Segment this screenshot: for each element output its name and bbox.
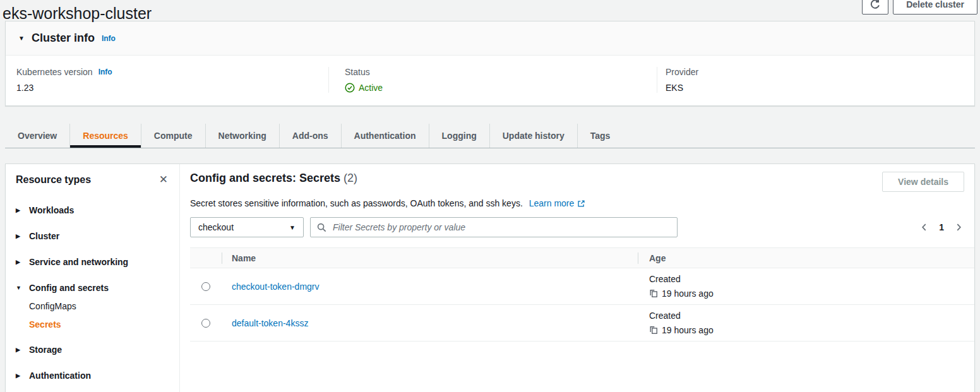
- sidebar-item-cluster[interactable]: ▶ Cluster: [16, 231, 169, 241]
- sidebar-item-label: Cluster: [29, 231, 59, 241]
- cluster-info-title: Cluster info: [32, 32, 95, 45]
- chevron-right-icon: ▶: [16, 372, 22, 379]
- search-box: [310, 217, 678, 237]
- age-cell: Created 19 hours ago: [638, 274, 974, 299]
- copy-icon[interactable]: [649, 289, 658, 298]
- sidebar-item-authentication[interactable]: ▶ Authentication: [16, 371, 169, 381]
- kubernetes-version-field: Kubernetes version Info 1.23: [6, 67, 328, 93]
- resource-types-title: Resource types: [16, 174, 91, 186]
- sidebar-item-service-and-networking[interactable]: ▶ Service and networking: [16, 257, 169, 267]
- row-radio-button[interactable]: [201, 282, 210, 291]
- kubernetes-version-info-link[interactable]: Info: [99, 68, 112, 76]
- header-actions: Delete cluster: [862, 0, 977, 15]
- age-cell: Created 19 hours ago: [638, 311, 974, 335]
- refresh-icon: [869, 0, 881, 10]
- cluster-tabs: Overview Resources Compute Networking Ad…: [5, 124, 975, 148]
- provider-label: Provider: [666, 67, 698, 77]
- kubernetes-version-value: 1.23: [16, 83, 328, 93]
- chevron-right-icon: ▶: [16, 259, 22, 265]
- config-and-secrets-children: ConfigMaps Secrets: [29, 301, 169, 330]
- learn-more-link[interactable]: Learn more: [529, 198, 586, 208]
- secrets-title-text: Config and secrets: Secrets: [190, 172, 340, 184]
- filter-row: checkout ▼ 1: [190, 217, 964, 237]
- age-created-label: Created: [649, 274, 974, 284]
- section-collapse-icon[interactable]: ▼: [18, 35, 25, 42]
- pagination: 1: [920, 222, 964, 232]
- filter-dropdown[interactable]: checkout ▼: [190, 217, 304, 237]
- filter-dropdown-value: checkout: [198, 222, 234, 232]
- secrets-title: Config and secrets: Secrets (2): [190, 172, 357, 185]
- sidebar-item-configmaps[interactable]: ConfigMaps: [29, 301, 169, 311]
- chevron-right-icon: ▶: [16, 207, 22, 213]
- status-value: Active: [359, 83, 383, 93]
- sidebar-item-workloads[interactable]: ▶ Workloads: [16, 205, 169, 215]
- secret-name-link[interactable]: default-token-4kssz: [232, 318, 308, 328]
- tab-resources[interactable]: Resources: [69, 124, 141, 148]
- secrets-description-row: Secret stores sensitive information, suc…: [190, 198, 964, 208]
- refresh-button[interactable]: [862, 0, 888, 15]
- secrets-count: (2): [344, 172, 357, 184]
- external-link-icon: [577, 199, 585, 208]
- search-icon: [317, 223, 326, 232]
- row-radio-button[interactable]: [201, 319, 210, 328]
- tab-overview[interactable]: Overview: [5, 124, 69, 148]
- page-header: eks-workshop-cluster Delete cluster: [0, 0, 980, 16]
- resource-types-sidebar: Resource types ✕ ▶ Workloads ▶ Cluster ▶…: [6, 164, 180, 392]
- chevron-right-icon: ▶: [16, 233, 22, 239]
- tab-update-history[interactable]: Update history: [489, 124, 577, 148]
- copy-icon[interactable]: [649, 326, 658, 335]
- close-icon[interactable]: ✕: [158, 173, 169, 186]
- secrets-description: Secret stores sensitive information, suc…: [190, 198, 523, 208]
- tab-networking[interactable]: Networking: [205, 124, 279, 148]
- delete-cluster-button[interactable]: Delete cluster: [893, 0, 977, 15]
- sidebar-item-label: Authentication: [29, 371, 91, 381]
- sidebar-item-label: Service and networking: [29, 257, 128, 267]
- sidebar-item-label: Storage: [29, 345, 62, 355]
- secrets-table: Name Age checkout-token-dmgrv Created 19…: [190, 247, 974, 342]
- table-header: Name Age: [190, 247, 974, 268]
- tab-logging[interactable]: Logging: [429, 124, 489, 148]
- cluster-info-card: ▼ Cluster info Info Kubernetes version I…: [5, 21, 975, 106]
- view-details-button[interactable]: View details: [882, 172, 964, 192]
- resource-types-list: ▶ Workloads ▶ Cluster ▶ Service and netw…: [16, 205, 169, 392]
- pagination-prev-icon[interactable]: [920, 223, 929, 232]
- provider-field: Provider EKS: [657, 67, 974, 93]
- learn-more-label: Learn more: [529, 198, 575, 208]
- chevron-down-icon: ▼: [289, 224, 296, 231]
- secrets-main: Config and secrets: Secrets (2) View det…: [180, 164, 974, 392]
- cluster-info-info-link[interactable]: Info: [102, 34, 116, 43]
- search-input[interactable]: [332, 222, 671, 233]
- tab-add-ons[interactable]: Add-ons: [279, 124, 341, 148]
- kubernetes-version-label: Kubernetes version: [16, 67, 93, 77]
- sidebar-item-storage[interactable]: ▶ Storage: [16, 345, 169, 355]
- tab-tags[interactable]: Tags: [577, 124, 623, 148]
- name-column-header: Name: [222, 253, 638, 263]
- pagination-next-icon[interactable]: [954, 223, 963, 232]
- chevron-down-icon: ▼: [16, 285, 22, 291]
- table-row: default-token-4kssz Created 19 hours ago: [190, 305, 974, 342]
- tab-compute[interactable]: Compute: [141, 124, 205, 148]
- resources-panel: Resource types ✕ ▶ Workloads ▶ Cluster ▶…: [5, 163, 975, 392]
- page-title: eks-workshop-cluster: [3, 4, 152, 23]
- pagination-current-page[interactable]: 1: [939, 222, 944, 232]
- tab-authentication[interactable]: Authentication: [341, 124, 429, 148]
- age-value: 19 hours ago: [662, 325, 714, 335]
- provider-value: EKS: [666, 83, 974, 93]
- age-created-label: Created: [649, 311, 974, 321]
- status-field: Status Active: [328, 67, 657, 93]
- cluster-info-header[interactable]: ▼ Cluster info Info: [6, 21, 974, 56]
- age-column-header: Age: [638, 253, 974, 263]
- sidebar-item-secrets[interactable]: Secrets: [29, 319, 169, 330]
- sidebar-item-config-and-secrets[interactable]: ▼ Config and secrets: [16, 283, 169, 293]
- sidebar-item-label: Workloads: [29, 205, 74, 215]
- table-row: checkout-token-dmgrv Created 19 hours ag…: [190, 268, 974, 305]
- sidebar-item-label: Config and secrets: [29, 283, 109, 293]
- status-check-icon: [345, 83, 355, 93]
- age-value: 19 hours ago: [662, 288, 714, 299]
- cluster-info-body: Kubernetes version Info 1.23 Status Acti…: [6, 56, 974, 105]
- chevron-right-icon: ▶: [16, 347, 22, 353]
- secret-name-link[interactable]: checkout-token-dmgrv: [232, 282, 320, 292]
- status-label: Status: [345, 67, 370, 77]
